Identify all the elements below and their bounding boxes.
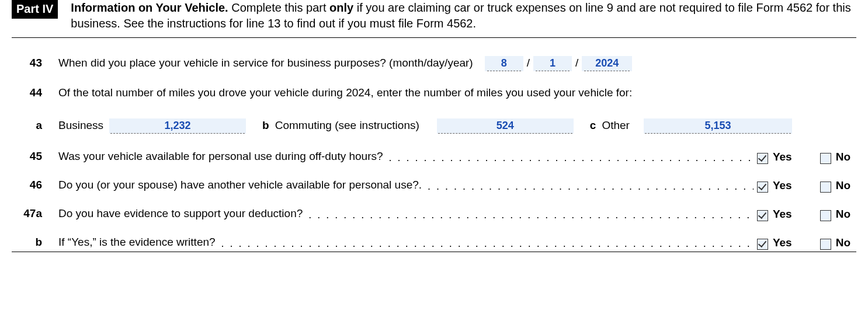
line-47a-yn: Yes No [757,208,856,221]
line-47b-yes-label: Yes [773,236,792,249]
commuting-miles-field[interactable]: 524 [438,118,572,134]
line-46-yes-checkbox[interactable] [757,182,768,193]
other-label: Other [602,119,630,132]
day-field-wrap[interactable]: 1 [533,56,572,71]
commuting-label: Commuting (see instructions) [275,119,419,132]
business-label: Business [58,119,103,132]
line-43-text: When did you place your vehicle in servi… [58,57,473,69]
dot-leader [389,152,754,164]
line-46-text: Do you (or your spouse) have another veh… [58,179,422,191]
line-45-yes-label: Yes [773,151,792,163]
dot-leader [221,238,754,250]
line-47b-yes-checkbox[interactable] [757,239,768,250]
line-43-num: 43 [12,57,58,69]
form-part-iv: Part IV Information on Your Vehicle. Com… [0,0,868,258]
date-sep-1: / [527,57,530,69]
line-44b-label: b [262,119,269,132]
line-43-content: When did you place your vehicle in servi… [58,56,856,71]
line-45-yes-checkbox[interactable] [757,153,768,164]
line-46-yn: Yes No [757,179,856,192]
line-45-no-checkbox[interactable] [820,153,831,164]
line-44-num: 44 [12,86,58,99]
line-46-yes-label: Yes [773,179,792,192]
line-45-text: Was your vehicle available for personal … [58,150,383,163]
line-47a-no-label: No [836,208,850,221]
commuting-miles-wrap[interactable]: 524 [437,118,574,134]
line-47b-no-label: No [836,236,850,249]
line-44-miles-content: Business 1,232 b Commuting (see instruct… [58,118,856,134]
line-47b-yn: Yes No [757,236,856,249]
line-46-no-label: No [836,179,850,192]
instr-only: only [329,1,353,14]
line-44-content: Of the total number of miles you drove y… [58,86,856,99]
line-44-text: Of the total number of miles you drove y… [58,86,632,99]
line-47a-num: 47a [12,207,58,220]
line-47a-text: Do you have evidence to support your ded… [58,207,303,220]
instr-seg-1: Complete this part [228,1,329,14]
dot-leader [428,180,754,193]
month-field[interactable]: 8 [487,56,521,71]
part-badge: Part IV [12,0,58,19]
line-47a-yes-label: Yes [773,208,792,221]
line-44c-label: c [590,119,596,132]
other-miles-wrap[interactable]: 5,153 [644,118,792,134]
line-45-no-label: No [836,151,850,163]
line-45-num: 45 [12,150,58,163]
day-field[interactable]: 1 [536,56,570,71]
part-title: Information on Your Vehicle. [71,1,228,14]
business-miles-wrap[interactable]: 1,232 [109,118,246,134]
line-45: 45 Was your vehicle available for person… [12,142,856,171]
line-47a-yes-checkbox[interactable] [757,210,768,221]
line-47b-no-checkbox[interactable] [820,239,831,250]
year-field-wrap[interactable]: 2024 [582,56,632,71]
line-46-no-checkbox[interactable] [820,182,831,193]
date-in-service: 8 / 1 / 2024 [485,56,633,71]
line-44a-num: a [12,119,58,132]
line-43: 43 When did you place your vehicle in se… [12,48,856,79]
line-47a-no-checkbox[interactable] [820,210,831,221]
line-47b-num: b [12,236,58,249]
month-field-wrap[interactable]: 8 [485,56,523,71]
line-47a: 47a Do you have evidence to support your… [12,200,856,228]
other-miles-field[interactable]: 5,153 [645,118,791,134]
line-46: 46 Do you (or your spouse) have another … [12,171,856,200]
year-field[interactable]: 2024 [584,56,630,71]
line-44-miles: a Business 1,232 b Commuting (see instru… [12,107,856,142]
line-47b: b If “Yes,” is the evidence written? Yes… [12,228,856,252]
line-46-num: 46 [12,179,58,191]
line-44: 44 Of the total number of miles you drov… [12,79,856,107]
dot-leader [308,209,754,221]
business-miles-field[interactable]: 1,232 [110,118,245,134]
part-header: Part IV Information on Your Vehicle. Com… [12,0,856,38]
part-instructions: Information on Your Vehicle. Complete th… [71,0,856,32]
line-45-yn: Yes No [757,151,856,163]
date-sep-2: / [575,57,578,69]
line-47b-text: If “Yes,” is the evidence written? [58,236,216,249]
